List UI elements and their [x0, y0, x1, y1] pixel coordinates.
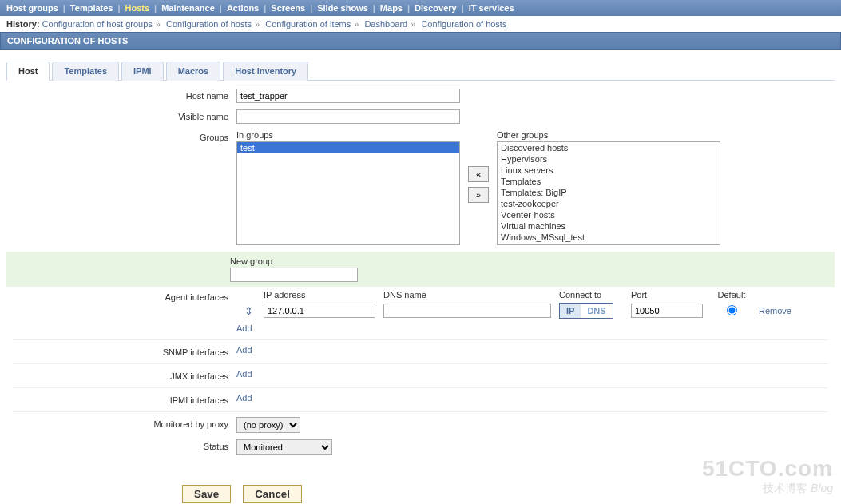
save-button[interactable]: Save	[182, 485, 231, 503]
tab-host[interactable]: Host	[6, 62, 50, 81]
nav-it-services[interactable]: IT services	[469, 3, 514, 13]
in-groups-header: In groups	[236, 130, 460, 140]
other-group-option[interactable]: Zabbix servers	[498, 243, 720, 245]
tabs: HostTemplatesIPMIMacrosHost inventory	[6, 61, 835, 81]
other-group-option[interactable]: Discovered hosts	[498, 142, 720, 153]
col-default: Default	[708, 290, 756, 300]
agent-default-radio[interactable]	[727, 305, 737, 315]
label-agent-interfaces: Agent interfaces	[13, 290, 236, 302]
add-ipmi-interface-link[interactable]: Add	[236, 393, 252, 403]
other-group-option[interactable]: Virtual machines	[498, 220, 720, 232]
add-jmx-interface-link[interactable]: Add	[236, 369, 252, 379]
col-port: Port	[628, 290, 708, 300]
tab-host-inventory[interactable]: Host inventory	[223, 62, 308, 81]
new-group-header: New group	[230, 256, 835, 266]
nav-maps[interactable]: Maps	[380, 3, 403, 13]
tab-ipmi[interactable]: IPMI	[121, 62, 164, 81]
add-agent-interface-link[interactable]: Add	[236, 323, 252, 333]
in-group-option[interactable]: test	[237, 142, 459, 153]
agent-dns-input[interactable]	[383, 304, 551, 318]
breadcrumb-link[interactable]: Configuration of hosts	[166, 19, 252, 29]
label-ipmi-interfaces: IPMI interfaces	[13, 393, 236, 405]
other-group-option[interactable]: Templates	[498, 176, 720, 187]
nav-discovery[interactable]: Discovery	[415, 3, 457, 13]
nav-host-groups[interactable]: Host groups	[6, 3, 58, 13]
add-snmp-interface-link[interactable]: Add	[236, 345, 252, 355]
nav-maintenance[interactable]: Maintenance	[161, 3, 215, 13]
nav-templates[interactable]: Templates	[70, 3, 113, 13]
other-group-option[interactable]: Templates: BigIP	[498, 187, 720, 198]
host-form: Host name Visible name Groups In groups …	[6, 81, 835, 470]
tab-templates[interactable]: Templates	[52, 62, 119, 81]
move-left-button[interactable]: «	[468, 166, 489, 182]
other-groups-header: Other groups	[497, 130, 720, 140]
history-breadcrumb: History: Configuration of host groups» C…	[0, 16, 841, 32]
connect-to-toggle[interactable]: IP DNS	[559, 303, 613, 319]
label-new-group	[6, 256, 230, 259]
label-host-name: Host name	[13, 89, 236, 101]
host-name-input[interactable]	[236, 89, 460, 103]
breadcrumb-link[interactable]: Configuration of items	[265, 19, 351, 29]
col-connect-to: Connect to	[556, 290, 628, 300]
label-visible-name: Visible name	[13, 109, 236, 121]
footer: Save Cancel	[0, 478, 841, 504]
other-group-option[interactable]: Linux servers	[498, 165, 720, 176]
nav-hosts[interactable]: Hosts	[125, 3, 150, 13]
visible-name-input[interactable]	[236, 109, 460, 124]
agent-interface-row: ⇕ IP DNS Remove	[236, 303, 828, 319]
other-group-option[interactable]: Hypervisors	[498, 153, 720, 165]
label-jmx-interfaces: JMX interfaces	[13, 369, 236, 381]
in-groups-listbox[interactable]: test	[236, 141, 460, 245]
new-group-input[interactable]	[230, 268, 358, 282]
drag-handle-icon[interactable]: ⇕	[244, 305, 253, 317]
connect-ip-button[interactable]: IP	[560, 304, 581, 318]
tab-macros[interactable]: Macros	[166, 62, 221, 81]
col-dns-name: DNS name	[380, 290, 556, 300]
other-group-option[interactable]: test-zookeeper	[498, 198, 720, 209]
page-title: CONFIGURATION OF HOSTS	[0, 32, 841, 50]
nav-slide-shows[interactable]: Slide shows	[317, 3, 368, 13]
history-label: History:	[6, 19, 40, 29]
other-groups-listbox[interactable]: Discovered hostsHypervisorsLinux servers…	[497, 141, 720, 245]
label-snmp-interfaces: SNMP interfaces	[13, 345, 236, 357]
status-select[interactable]: Monitored	[236, 439, 332, 455]
proxy-select[interactable]: (no proxy)	[236, 417, 300, 433]
breadcrumb-link[interactable]: Configuration of hosts	[421, 19, 506, 29]
connect-dns-button[interactable]: DNS	[581, 304, 612, 318]
move-right-button[interactable]: »	[468, 187, 489, 203]
agent-ip-input[interactable]	[264, 304, 375, 318]
nav-screens[interactable]: Screens	[271, 3, 305, 13]
col-ip-address: IP address	[260, 290, 380, 300]
breadcrumb-link[interactable]: Configuration of host groups	[42, 19, 153, 29]
label-groups: Groups	[13, 130, 236, 142]
cancel-button[interactable]: Cancel	[243, 485, 302, 503]
nav-actions[interactable]: Actions	[227, 3, 259, 13]
other-group-option[interactable]: Windows_MSsql_test	[498, 232, 720, 243]
label-status: Status	[13, 439, 236, 451]
remove-interface-link[interactable]: Remove	[759, 306, 791, 315]
agent-port-input[interactable]	[631, 304, 703, 318]
other-group-option[interactable]: Vcenter-hosts	[498, 209, 720, 220]
top-nav: Host groups|Templates|Hosts|Maintenance|…	[0, 0, 841, 16]
label-monitored-by-proxy: Monitored by proxy	[13, 417, 236, 429]
breadcrumb-link[interactable]: Dashboard	[364, 19, 407, 29]
